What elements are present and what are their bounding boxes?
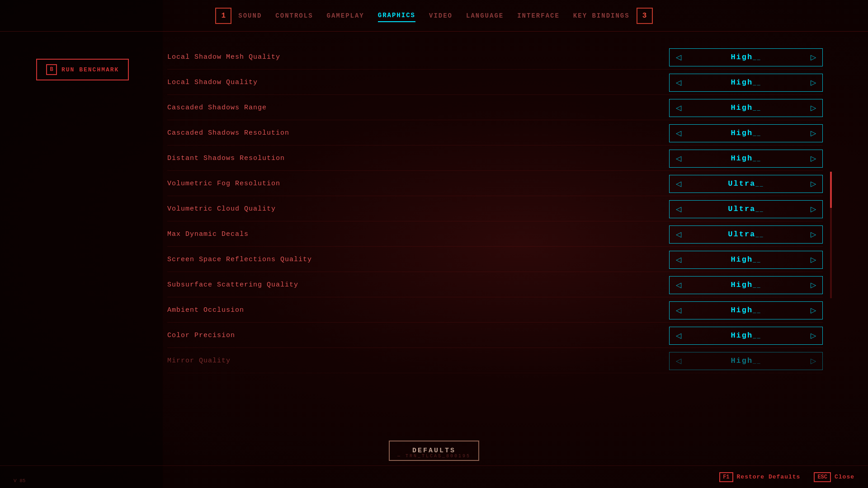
setting-value-volumetric-fog: Ultra (685, 179, 807, 188)
setting-name-volumetric-fog: Volumetric Fog Resolution (167, 180, 669, 188)
setting-value-mirror-quality: High (685, 357, 807, 365)
arrow-left-local-shadow-quality[interactable]: ◁ (672, 76, 685, 89)
arrow-right-local-shadow-mesh[interactable]: ▷ (807, 51, 820, 64)
setting-name-local-shadow-quality: Local Shadow Quality (167, 79, 669, 86)
bottom-bar: F1 Restore Defaults ESC Close (0, 465, 868, 488)
setting-name-cascaded-shadows-resolution: Cascaded Shadows Resolution (167, 129, 669, 137)
arrow-left-volumetric-fog[interactable]: ◁ (672, 177, 685, 191)
setting-name-local-shadow-mesh: Local Shadow Mesh Quality (167, 53, 669, 61)
setting-name-volumetric-cloud: Volumetric Cloud Quality (167, 205, 669, 213)
setting-row-max-dynamic-decals: Max Dynamic Decals ◁ Ultra ▷ (167, 222, 823, 247)
arrow-left-local-shadow-mesh[interactable]: ◁ (672, 51, 685, 64)
setting-name-mirror-quality: Mirror Quality (167, 357, 669, 365)
setting-row-volumetric-fog: Volumetric Fog Resolution ◁ Ultra ▷ (167, 172, 823, 196)
arrow-right-subsurface-scattering[interactable]: ▷ (807, 278, 820, 292)
arrow-right-local-shadow-quality[interactable]: ▷ (807, 76, 820, 89)
setting-value-local-shadow-mesh: High (685, 53, 807, 61)
arrow-left-color-precision[interactable]: ◁ (672, 329, 685, 343)
setting-control-distant-shadows-resolution: ◁ High ▷ (669, 150, 823, 168)
restore-defaults-action[interactable]: F1 Restore Defaults (719, 472, 800, 482)
setting-control-color-precision: ◁ High ▷ (669, 327, 823, 345)
arrow-left-volumetric-cloud[interactable]: ◁ (672, 202, 685, 216)
setting-name-cascaded-shadows-range: Cascaded Shadows Range (167, 104, 669, 112)
arrow-right-cascaded-shadows-resolution[interactable]: ▷ (807, 127, 820, 140)
setting-row-mirror-quality: Mirror Quality ◁ High ▷ (167, 349, 823, 373)
tab-keybindings[interactable]: KEY BINDINGS (573, 10, 630, 22)
setting-control-volumetric-fog: ◁ Ultra ▷ (669, 175, 823, 193)
tab-sound[interactable]: SOUND (238, 10, 262, 22)
setting-control-cascaded-shadows-range: ◁ High ▷ (669, 99, 823, 117)
version-text: V 85 (14, 478, 25, 483)
arrow-right-volumetric-fog[interactable]: ▷ (807, 177, 820, 191)
arrow-right-color-precision[interactable]: ▷ (807, 329, 820, 343)
arrow-right-distant-shadows-resolution[interactable]: ▷ (807, 152, 820, 165)
setting-control-cascaded-shadows-resolution: ◁ High ▷ (669, 124, 823, 142)
arrow-left-cascaded-shadows-resolution[interactable]: ◁ (672, 127, 685, 140)
setting-value-local-shadow-quality: High (685, 78, 807, 87)
setting-value-cascaded-shadows-range: High (685, 103, 807, 112)
benchmark-key: B (46, 64, 57, 75)
setting-control-mirror-quality: ◁ High ▷ (669, 352, 823, 370)
settings-container: Local Shadow Mesh Quality ◁ High ▷ Local… (167, 45, 823, 447)
setting-row-subsurface-scattering: Subsurface Scattering Quality ◁ High ▷ (167, 273, 823, 297)
arrow-right-screen-space-reflections[interactable]: ▷ (807, 253, 820, 267)
tab-interface[interactable]: INTERFACE (517, 10, 560, 22)
setting-row-cascaded-shadows-resolution: Cascaded Shadows Resolution ◁ High ▷ (167, 121, 823, 145)
setting-row-ambient-occlusion: Ambient Occlusion ◁ High ▷ (167, 298, 823, 323)
setting-name-subsurface-scattering: Subsurface Scattering Quality (167, 281, 669, 289)
restore-defaults-label: Restore Defaults (737, 474, 801, 480)
scrollbar[interactable] (830, 172, 832, 298)
bottom-center-text: — TRN_TLCAS_800195 (397, 454, 471, 459)
setting-value-screen-space-reflections: High (685, 255, 807, 264)
tab-graphics[interactable]: GRAPHICS (378, 9, 415, 22)
setting-row-local-shadow-mesh: Local Shadow Mesh Quality ◁ High ▷ (167, 45, 823, 70)
setting-control-volumetric-cloud: ◁ Ultra ▷ (669, 200, 823, 218)
setting-name-distant-shadows-resolution: Distant Shadows Resolution (167, 155, 669, 162)
setting-value-distant-shadows-resolution: High (685, 154, 807, 163)
setting-row-screen-space-reflections: Screen Space Reflections Quality ◁ High … (167, 248, 823, 272)
setting-value-max-dynamic-decals: Ultra (685, 230, 807, 239)
arrow-right-volumetric-cloud[interactable]: ▷ (807, 202, 820, 216)
esc-key-badge: ESC (814, 472, 831, 482)
setting-value-color-precision: High (685, 331, 807, 340)
setting-control-ambient-occlusion: ◁ High ▷ (669, 301, 823, 319)
setting-value-volumetric-cloud: Ultra (685, 205, 807, 213)
tab-gameplay[interactable]: GAMEPLAY (327, 10, 364, 22)
setting-row-volumetric-cloud: Volumetric Cloud Quality ◁ Ultra ▷ (167, 197, 823, 221)
arrow-left-mirror-quality[interactable]: ◁ (672, 354, 685, 368)
arrow-right-mirror-quality[interactable]: ▷ (807, 354, 820, 368)
setting-row-cascaded-shadows-range: Cascaded Shadows Range ◁ High ▷ (167, 96, 823, 120)
close-label: Close (835, 474, 854, 480)
close-action[interactable]: ESC Close (814, 472, 854, 482)
setting-control-max-dynamic-decals: ◁ Ultra ▷ (669, 225, 823, 244)
f1-key-badge: F1 (719, 472, 733, 482)
arrow-left-screen-space-reflections[interactable]: ◁ (672, 253, 685, 267)
arrow-left-cascaded-shadows-range[interactable]: ◁ (672, 101, 685, 115)
setting-control-local-shadow-quality: ◁ High ▷ (669, 74, 823, 92)
nav-badge-right: 3 (637, 8, 653, 24)
setting-control-subsurface-scattering: ◁ High ▷ (669, 276, 823, 294)
arrow-right-max-dynamic-decals[interactable]: ▷ (807, 228, 820, 241)
arrow-left-ambient-occlusion[interactable]: ◁ (672, 304, 685, 317)
nav-badge-left: 1 (215, 8, 231, 24)
setting-value-cascaded-shadows-resolution: High (685, 129, 807, 137)
setting-name-ambient-occlusion: Ambient Occlusion (167, 306, 669, 314)
tab-controls[interactable]: CONTROLS (275, 10, 313, 22)
setting-row-distant-shadows-resolution: Distant Shadows Resolution ◁ High ▷ (167, 146, 823, 171)
arrow-right-cascaded-shadows-range[interactable]: ▷ (807, 101, 820, 115)
setting-control-screen-space-reflections: ◁ High ▷ (669, 251, 823, 269)
arrow-left-distant-shadows-resolution[interactable]: ◁ (672, 152, 685, 165)
run-benchmark-button[interactable]: B RUN BENCHMARK (36, 59, 129, 80)
arrow-left-max-dynamic-decals[interactable]: ◁ (672, 228, 685, 241)
arrow-left-subsurface-scattering[interactable]: ◁ (672, 278, 685, 292)
scrollbar-thumb (830, 172, 832, 208)
setting-name-screen-space-reflections: Screen Space Reflections Quality (167, 256, 669, 263)
benchmark-label: RUN BENCHMARK (61, 66, 119, 73)
setting-row-local-shadow-quality: Local Shadow Quality ◁ High ▷ (167, 70, 823, 95)
arrow-right-ambient-occlusion[interactable]: ▷ (807, 304, 820, 317)
tab-video[interactable]: VIDEO (429, 10, 453, 22)
setting-name-color-precision: Color Precision (167, 332, 669, 339)
setting-row-color-precision: Color Precision ◁ High ▷ (167, 324, 823, 348)
tab-language[interactable]: LANGUAGE (466, 10, 504, 22)
settings-list: Local Shadow Mesh Quality ◁ High ▷ Local… (167, 45, 823, 373)
